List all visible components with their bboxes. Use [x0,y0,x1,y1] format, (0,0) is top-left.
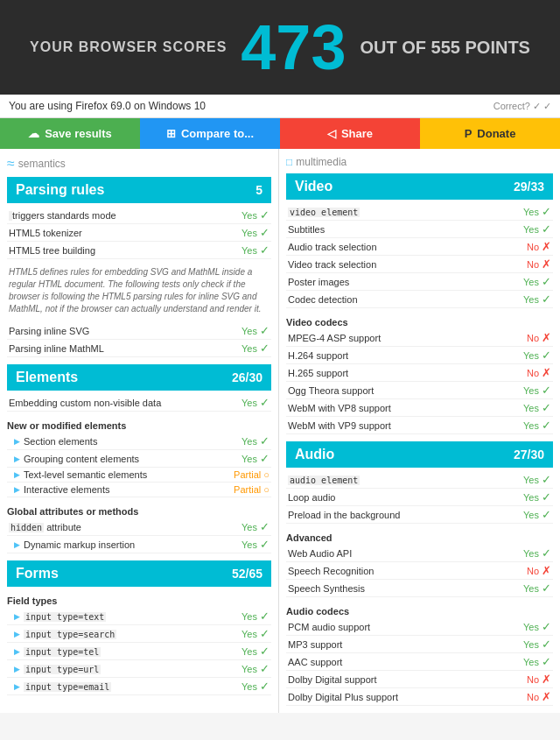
expandable-row[interactable]: ▶Section elements Yes ✓ [7,433,271,450]
save-icon: ☁ [28,127,39,140]
test-row: video element Yes ✓ [286,203,553,221]
expandable-row[interactable]: ▶input type=text Yes ✓ [7,608,271,625]
expandable-row[interactable]: ▶input type=tel Yes ✓ [7,643,271,660]
test-label: WebM with VP8 support [288,403,523,413]
sub-section-title: Global attributes or methods [7,503,271,517]
test-row: Preload in the background Yes ✓ [286,506,553,524]
test-result: Yes ✓ [242,226,270,239]
test-row: MP3 support Yes ✓ [286,636,553,653]
elements-score: 26/30 [232,370,262,384]
expandable-row[interactable]: ▶input type=email Yes ✓ [7,678,271,695]
test-label: MP3 support [288,639,523,650]
right-column: □ multimedia Video 29/33 video element Y… [278,149,560,713]
sub-section-title: Video codecs [286,314,553,328]
test-label: Web Audio API [288,548,523,559]
test-label: Poster images [288,277,523,287]
donate-icon: P [465,127,472,140]
sub-section-title: Audio codecs [286,603,553,617]
row-result: Yes ✓ [242,610,270,623]
audio-header: Audio 27/30 [286,441,553,468]
test-row: Poster images Yes ✓ [286,273,553,291]
left-column: ≈ semantics Parsing rules 5 triggers sta… [0,149,278,713]
test-result: Yes ✓ [242,243,270,257]
share-button[interactable]: ◁ Share [280,118,420,149]
elements-title: Elements [16,370,78,385]
row-label: Section elements [24,436,242,447]
test-row: H.264 support Yes ✓ [286,347,553,364]
row-label: Interactive elements [24,484,234,495]
correct-link[interactable]: Correct? ✓ ✓ [494,101,551,112]
test-label: Speech Synthesis [288,583,523,594]
header-prefix: YOUR BROWSER SCORES [30,39,227,55]
test-label: WebM with VP9 support [288,420,523,431]
test-label: Dolby Digital support [288,674,527,685]
test-row: Loop audio Yes ✓ [286,489,553,506]
browser-info-text: You are using Firefox 69.0 on Windows 10 [9,100,206,112]
test-label: audio element [288,475,523,485]
test-row: Embedding custom non-visible data Yes ✓ [7,394,271,412]
test-row: Audio track selection No ✗ [286,238,553,256]
test-row: triggers standards mode Yes ✓ [7,207,271,224]
multimedia-label: multimedia [296,156,346,168]
test-label: MPEG-4 ASP support [288,333,527,343]
row-label: input type=email [24,681,242,692]
test-label: Dolby Digital Plus support [288,692,527,702]
test-row: Codec detection Yes ✓ [286,291,553,308]
sub-section-title: New or modified elements [7,417,271,431]
expandable-row[interactable]: ▶Grouping content elements Yes ✓ [7,450,271,468]
test-row: WebM with VP9 support Yes ✓ [286,417,553,434]
test-label: Audio track selection [288,242,527,252]
test-label: PCM audio support [288,622,523,632]
expandable-row[interactable]: ▶Dynamic markup insertion Yes ✓ [7,536,271,553]
row-label: input type=search [24,629,242,639]
test-row: Dolby Digital support No ✗ [286,671,553,688]
test-row: MPEG-4 ASP support No ✗ [286,329,553,347]
test-label: Embedding custom non-visible data [9,398,242,408]
compare-icon: ⊞ [166,127,176,140]
row-result: Yes ✓ [242,662,270,675]
row-result: Yes ✓ [242,645,270,658]
expandable-row[interactable]: ▶input type=url Yes ✓ [7,660,271,678]
tilde-icon: ≈ [7,156,15,172]
test-label: Loop audio [288,492,523,503]
expandable-row[interactable]: ▶input type=search Yes ✓ [7,625,271,643]
test-row: Parsing inline MathML Yes ✓ [7,340,271,357]
compare-button[interactable]: ⊞ Compare to... [140,118,280,149]
test-label: video element [288,207,523,217]
header-score: 473 [241,16,346,79]
test-label: Parsing inline SVG [9,326,242,336]
browser-info-bar: You are using Firefox 69.0 on Windows 10… [0,95,560,118]
parsing-rules-header: Parsing rules 5 [7,177,271,203]
video-header: Video 29/33 [286,173,553,200]
test-label: Codec detection [288,294,523,305]
parsing-rules-tests: triggers standards mode Yes ✓ HTML5 toke… [7,207,271,259]
test-label: Speech Recognition [288,566,527,576]
test-label: Video track selection [288,259,527,270]
test-result: Yes ✓ [242,396,270,409]
test-label: Ogg Theora support [288,385,523,396]
monitor-icon: □ [286,156,292,168]
save-results-button[interactable]: ☁ Save results [0,118,140,149]
expandable-row[interactable]: ▶Interactive elements Partial ○ [7,483,271,497]
row-result: Partial ○ [234,469,270,480]
audio-title: Audio [295,447,334,462]
test-row: PCM audio support Yes ✓ [286,618,553,636]
expandable-row[interactable]: ▶Text-level semantic elements Partial ○ [7,468,271,483]
donate-label: Donate [477,127,515,140]
test-label: Preload in the background [288,510,523,520]
save-results-label: Save results [45,127,112,140]
test-row: Ogg Theora support Yes ✓ [286,382,553,399]
test-row: WebM with VP8 support Yes ✓ [286,399,553,417]
test-result: Yes ✓ [242,324,270,337]
test-label: triggers standards mode [9,210,242,221]
header-suffix: OUT OF 555 POINTS [360,38,529,58]
action-bar: ☁ Save results ⊞ Compare to... ◁ Share P… [0,118,560,149]
test-row: Dolby Digital Plus support No ✗ [286,688,553,706]
donate-button[interactable]: P Donate [420,118,560,149]
test-row: Web Audio API Yes ✓ [286,545,553,562]
test-row: hidden attribute Yes ✓ [7,518,271,536]
test-label: hidden attribute [9,522,242,532]
forms-title: Forms [16,566,59,581]
parsing-rules-title: Parsing rules [16,182,104,198]
test-row: H.265 support No ✗ [286,364,553,382]
